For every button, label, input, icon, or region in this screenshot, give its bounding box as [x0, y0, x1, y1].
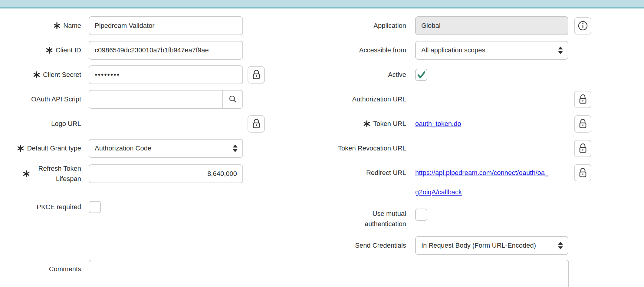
oauth-api-script-reference-field	[89, 90, 243, 109]
redirect-url-link[interactable]: https://api.pipedream.com/connect/oauth/…	[415, 169, 568, 202]
active-label: Active	[312, 70, 406, 79]
authorization-url-lock-button[interactable]	[574, 91, 591, 108]
client-id-input[interactable]	[89, 41, 243, 60]
authorization-url-label: Authorization URL	[312, 95, 406, 104]
field-row-default-grant-type: Default Grant type Authorization Code	[0, 139, 278, 158]
send-credentials-label: Send Credentials	[312, 241, 406, 250]
lock-icon	[578, 94, 587, 104]
token-revocation-url-lock-button[interactable]	[574, 140, 591, 157]
default-grant-type-selected-value: Authorization Code	[95, 144, 151, 152]
required-asterisk-icon	[23, 170, 30, 177]
lock-icon	[252, 119, 261, 129]
field-row-send-credentials: Send Credentials In Request Body (Form U…	[312, 236, 644, 255]
pkce-required-label-text: PKCE required	[37, 203, 81, 212]
active-checkbox[interactable]	[415, 69, 427, 81]
lock-icon	[578, 119, 587, 129]
check-icon	[416, 69, 427, 80]
token-url-label-text: Token URL	[373, 119, 406, 128]
refresh-token-lifespan-label-text: Refresh Token Lifespan	[33, 163, 81, 184]
default-grant-type-label: Default Grant type	[0, 144, 81, 153]
field-row-pkce-required: PKCE required	[0, 198, 278, 216]
field-row-token-revocation-url: Token Revocation URL	[312, 139, 644, 158]
field-row-logo-url: Logo URL	[0, 114, 278, 133]
select-spinner-icon	[558, 242, 563, 249]
oauth-api-script-label-text: OAuth API Script	[31, 95, 81, 104]
required-asterisk-icon	[363, 120, 370, 127]
use-mutual-authentication-checkbox[interactable]	[415, 209, 427, 221]
token-url-link[interactable]: oauth_token.do	[415, 120, 461, 127]
required-asterisk-icon	[46, 47, 53, 54]
field-row-authorization-url: Authorization URL	[312, 90, 644, 109]
pkce-required-checkbox[interactable]	[89, 201, 101, 213]
oauth-registry-form-page: Name Client ID Client Secret	[0, 0, 644, 287]
client-secret-label-text: Client Secret	[43, 70, 81, 79]
comments-textarea[interactable]	[89, 260, 569, 287]
logo-url-label: Logo URL	[0, 119, 81, 128]
application-label: Application	[312, 21, 406, 30]
use-mutual-authentication-label: Use mutual authentication	[312, 209, 406, 229]
field-row-client-id: Client ID	[0, 41, 278, 60]
field-row-client-secret: Client Secret	[0, 65, 278, 84]
select-spinner-icon	[558, 47, 563, 54]
token-url-lock-button[interactable]	[574, 115, 591, 133]
field-row-active: Active	[312, 65, 644, 84]
oauth-api-script-input[interactable]	[89, 91, 222, 108]
send-credentials-select[interactable]: In Request Body (Form URL-Encoded)	[415, 236, 568, 255]
field-row-name: Name	[0, 16, 278, 35]
field-row-oauth-api-script: OAuth API Script	[0, 90, 278, 109]
field-row-token-url: Token URL oauth_token.do	[312, 114, 644, 133]
required-asterisk-icon	[17, 145, 24, 152]
authorization-url-empty-value	[415, 90, 568, 109]
comments-label-text: Comments	[49, 265, 81, 274]
form-column-right: Application Accessible from All applicat…	[312, 16, 644, 261]
name-label: Name	[0, 21, 81, 30]
active-label-text: Active	[388, 70, 406, 79]
field-row-application: Application	[312, 16, 644, 35]
field-row-accessible-from: Accessible from All application scopes	[312, 41, 644, 60]
redirect-url-lock-button[interactable]	[574, 164, 591, 181]
accessible-from-select[interactable]: All application scopes	[415, 41, 568, 60]
logo-url-lock-button[interactable]	[248, 115, 265, 133]
logo-url-label-text: Logo URL	[51, 119, 81, 128]
field-row-use-mutual-authentication: Use mutual authentication	[312, 209, 644, 230]
application-label-text: Application	[373, 21, 406, 30]
token-revocation-url-empty-value	[415, 139, 568, 158]
lock-icon	[578, 168, 587, 178]
client-id-label: Client ID	[0, 46, 81, 55]
pkce-required-label: PKCE required	[0, 203, 81, 212]
search-icon	[228, 95, 237, 104]
name-input[interactable]	[89, 16, 243, 35]
redirect-url-label: Redirect URL	[312, 163, 406, 182]
refresh-token-lifespan-label: Refresh Token Lifespan	[0, 163, 81, 184]
authorization-url-label-text: Authorization URL	[352, 95, 406, 104]
form-header-accent-bar	[0, 0, 644, 8]
application-info-button[interactable]	[574, 17, 591, 35]
comments-label: Comments	[0, 260, 81, 274]
token-url-label: Token URL	[312, 119, 406, 128]
default-grant-type-select[interactable]: Authorization Code	[89, 139, 243, 158]
default-grant-type-label-text: Default Grant type	[27, 144, 81, 153]
refresh-token-lifespan-input[interactable]	[89, 164, 243, 183]
required-asterisk-icon	[33, 71, 40, 78]
logo-url-empty-value	[89, 114, 243, 133]
client-secret-label: Client Secret	[0, 70, 81, 79]
redirect-url-label-text: Redirect URL	[366, 168, 406, 177]
send-credentials-selected-value: In Request Body (Form URL-Encoded)	[421, 242, 536, 249]
client-secret-lock-button[interactable]	[248, 66, 265, 84]
lock-icon	[578, 143, 587, 153]
oauth-api-script-lookup-button[interactable]	[222, 91, 242, 108]
use-mutual-authentication-label-text: Use mutual authentication	[358, 209, 406, 229]
lock-icon	[252, 70, 261, 80]
client-id-label-text: Client ID	[56, 46, 81, 55]
required-asterisk-icon	[54, 22, 60, 29]
field-row-refresh-token-lifespan: Refresh Token Lifespan	[0, 163, 278, 184]
name-label-text: Name	[63, 21, 81, 30]
accessible-from-label-text: Accessible from	[359, 46, 406, 55]
accessible-from-label: Accessible from	[312, 46, 406, 55]
token-revocation-url-label: Token Revocation URL	[312, 144, 406, 153]
select-spinner-icon	[233, 145, 238, 152]
send-credentials-label-text: Send Credentials	[355, 241, 406, 250]
oauth-api-script-label: OAuth API Script	[0, 95, 81, 104]
accessible-from-selected-value: All application scopes	[421, 46, 485, 54]
client-secret-input[interactable]	[89, 65, 243, 84]
